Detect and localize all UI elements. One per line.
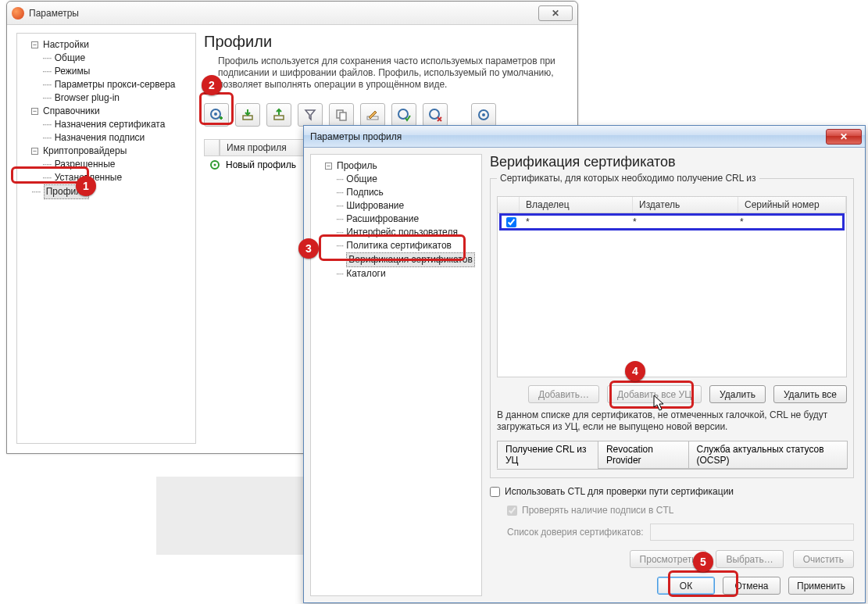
col-issuer[interactable]: Издатель (633, 197, 738, 213)
gear-check-icon (397, 108, 411, 122)
tree-item[interactable]: Разрешенные (55, 158, 116, 171)
titlebar[interactable]: Параметры профиля ✕ (304, 126, 865, 148)
gear-x-icon (428, 108, 442, 122)
page-description: Профиль используется для сохранения част… (204, 55, 568, 91)
edit-button[interactable] (360, 103, 385, 127)
tree-item[interactable]: Установленные (55, 171, 122, 184)
tree-item[interactable]: Назначения подписи (55, 131, 145, 145)
checkbox[interactable] (490, 487, 500, 497)
apply-button[interactable]: Применить (788, 577, 854, 595)
tree-item[interactable]: Общие (346, 173, 377, 186)
trust-list-input (650, 524, 854, 541)
tab-revocation-provider[interactable]: Revocation Provider (598, 441, 689, 469)
new-profile-button[interactable] (204, 103, 229, 127)
crl-tabs: Получение CRL из УЦ Revocation Provider … (497, 441, 847, 470)
close-button[interactable]: ✕ (538, 5, 573, 21)
filter-button[interactable] (298, 103, 323, 127)
col-owner[interactable]: Владелец (520, 197, 633, 213)
gear-plus-icon (209, 108, 223, 122)
fieldset-legend: Сертификаты, для которых необходимо полу… (497, 173, 759, 184)
tree-item[interactable]: Политика сертификатов (346, 239, 452, 252)
tree-item[interactable]: Режимы (55, 65, 91, 78)
clear-button[interactable]: Очистить (793, 550, 854, 568)
collapse-icon[interactable]: − (31, 41, 38, 48)
cancel-button[interactable]: Отмена (723, 577, 780, 595)
collapse-icon[interactable]: − (325, 163, 332, 170)
view-button[interactable]: Просмотреть (630, 550, 707, 568)
cell-issuer: * (628, 216, 735, 227)
svg-rect-5 (340, 113, 346, 120)
delete-all-button[interactable]: Удалить все (773, 385, 847, 403)
check-ctl-signature-checkbox: Проверять наличие подписи в CTL (507, 505, 854, 516)
copy-button[interactable] (329, 103, 354, 127)
tree-item[interactable]: Подпись (346, 186, 384, 199)
row-checkbox[interactable] (506, 217, 516, 227)
delete-button[interactable] (423, 103, 448, 127)
settings-button[interactable] (471, 103, 496, 127)
use-ctl-checkbox[interactable]: Использовать CTL для проверки пути серти… (490, 486, 854, 497)
close-button[interactable]: ✕ (826, 129, 862, 145)
close-icon: ✕ (552, 8, 559, 19)
profile-name: Новый профиль (226, 159, 296, 170)
pencil-icon (366, 108, 380, 122)
collapse-icon[interactable]: − (31, 148, 38, 155)
cert-table-body[interactable]: * * * (497, 213, 847, 377)
import-button[interactable] (235, 103, 260, 127)
import-icon (241, 108, 255, 122)
gear-icon (477, 108, 491, 122)
tree-dirs[interactable]: Справочники (43, 105, 100, 118)
tree-profile[interactable]: Профиль (337, 159, 377, 173)
svg-point-1 (214, 113, 217, 116)
tree-item[interactable]: Расшифрование (346, 213, 419, 226)
add-button[interactable]: Добавить… (528, 385, 599, 403)
tree-item[interactable]: Назначения сертификата (55, 118, 166, 131)
copy-icon (334, 108, 348, 122)
export-button[interactable] (266, 103, 291, 127)
section-heading: Верификация сертификатов (490, 154, 854, 170)
cert-row-selected[interactable]: * * * (499, 213, 845, 231)
tree-item[interactable]: Интерфейс пользователя (346, 226, 458, 239)
profile-parameters-dialog: Параметры профиля ✕ −Профиль ····Общие ·… (303, 125, 866, 603)
tree-item[interactable]: Общие (55, 52, 85, 65)
cell-owner: * (521, 216, 628, 227)
svg-rect-3 (274, 116, 284, 120)
crl-fieldset: Сертификаты, для которых необходимо полу… (490, 178, 854, 478)
col-serial[interactable]: Серийный номер (738, 197, 846, 213)
tree-item[interactable]: Шифрование (346, 199, 404, 213)
tree-crypto[interactable]: Криптопровайдеры (43, 145, 127, 158)
funnel-icon (303, 108, 317, 122)
page-title: Профили (204, 33, 568, 51)
profile-nav-tree[interactable]: −Профиль ····Общие ····Подпись ····Шифро… (310, 154, 482, 596)
tab-ocsp[interactable]: Служба актуальных статусов (OCSP) (688, 441, 848, 469)
dialog-title: Параметры профиля (310, 131, 826, 142)
ok-button[interactable]: ОК (657, 577, 715, 595)
tree-settings[interactable]: Настройки (43, 38, 89, 52)
cell-serial: * (735, 216, 842, 227)
nav-tree[interactable]: −Настройки ·····Общие ·····Режимы ·····П… (16, 33, 196, 444)
tree-item[interactable]: Каталоги (346, 267, 385, 281)
titlebar[interactable]: Параметры ✕ (7, 2, 577, 25)
svg-rect-2 (243, 116, 252, 120)
collapse-icon[interactable]: − (31, 108, 38, 115)
tree-item-verification[interactable]: Верификация сертификатов (346, 252, 474, 267)
gear-icon (209, 159, 221, 171)
svg-point-10 (482, 113, 485, 116)
svg-point-12 (214, 164, 216, 166)
tree-profiles[interactable]: Профили (44, 184, 89, 199)
app-icon (12, 7, 24, 20)
delete-button[interactable]: Удалить (709, 385, 766, 403)
checkbox (507, 506, 517, 516)
close-icon: ✕ (840, 131, 848, 142)
crl-note: В данном списке для сертификатов, не отм… (497, 409, 847, 433)
apply-button[interactable] (391, 103, 416, 127)
tree-item[interactable]: Browser plug-in (55, 91, 120, 105)
trust-list-label: Список доверия сертификатов: (507, 527, 644, 538)
cert-table-header: Владелец Издатель Серийный номер (497, 196, 847, 213)
tab-crl-from-ca[interactable]: Получение CRL из УЦ (497, 441, 598, 469)
choose-button[interactable]: Выбрать… (716, 550, 783, 568)
add-all-ca-button[interactable]: Добавить все УЦ (607, 385, 702, 403)
window-title: Параметры (29, 8, 538, 19)
background-panel (156, 477, 313, 555)
toolbar (204, 103, 568, 127)
tree-item[interactable]: Параметры прокси-сервера (55, 78, 176, 91)
